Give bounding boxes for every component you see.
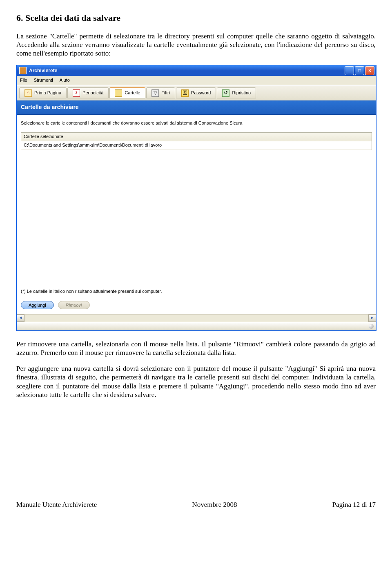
folder-icon (115, 89, 122, 97)
restore-icon: ↺ (222, 89, 229, 97)
paragraph-3: Per aggiungere una nuova cartella si dov… (16, 364, 376, 399)
app-icon (19, 67, 27, 74)
toolbar: ⌂ Prima Pagina 3 Periodicità Cartelle ▽ … (17, 85, 376, 100)
menu-strumenti[interactable]: Strumenti (34, 78, 53, 83)
app-window: Archivierete _ □ × File Strumenti Aiuto … (16, 65, 376, 330)
tab-label: Cartelle (125, 90, 140, 96)
key-icon: ⚿ (181, 89, 189, 97)
folder-list[interactable]: Cartelle selezionate C:\Documents and Se… (21, 132, 372, 150)
window-title: Archivierete (29, 68, 345, 74)
tab-label: Password (191, 90, 211, 96)
scroll-left-icon[interactable]: ◄ (17, 314, 24, 322)
list-item[interactable]: C:\Documents and Settings\amm-slm\Docume… (21, 141, 372, 150)
titlebar: Archivierete _ □ × (17, 65, 376, 76)
remove-button[interactable]: Rimuovi (58, 301, 90, 309)
filter-icon: ▽ (151, 89, 159, 97)
status-orb-icon (369, 324, 374, 329)
menu-file[interactable]: File (20, 78, 27, 83)
add-button[interactable]: Aggiungi (21, 301, 54, 309)
tab-filtri[interactable]: ▽ Filtri (146, 87, 175, 98)
tab-password[interactable]: ⚿ Password (176, 87, 216, 98)
tab-ripristino[interactable]: ↺ Ripristino (217, 87, 256, 98)
minimize-button[interactable]: _ (345, 66, 354, 75)
scroll-right-icon[interactable]: ► (368, 314, 376, 322)
home-icon: ⌂ (24, 89, 32, 97)
tab-label: Ripristino (232, 90, 251, 96)
horizontal-scrollbar[interactable]: ◄ ► (17, 314, 376, 322)
calendar-icon: 3 (73, 89, 80, 97)
panel-title: Cartelle da archiviare (17, 100, 376, 115)
list-header: Cartelle selezionate (21, 133, 372, 141)
paragraph-2: Per rimuovere una cartella, selezionarla… (16, 340, 376, 357)
tab-cartelle[interactable]: Cartelle (109, 87, 145, 98)
content-panel: Selezionare le cartelle contenenti i doc… (17, 115, 376, 314)
menu-aiuto[interactable]: Aiuto (60, 78, 70, 83)
statusbar (17, 322, 376, 330)
tab-label: Prima Pagina (34, 90, 61, 96)
maximize-button[interactable]: □ (355, 66, 364, 75)
intro-paragraph-1: La sezione "Cartelle" permette di selezi… (16, 32, 376, 58)
tab-periodicita[interactable]: 3 Periodicità (67, 87, 109, 98)
note-text: (*) Le cartelle in italico non risultano… (21, 289, 162, 294)
instruction-text: Selezionare le cartelle contenenti i doc… (21, 120, 372, 126)
section-heading: 6. Scelta dei dati da salvare (16, 12, 376, 24)
close-button[interactable]: × (365, 66, 374, 75)
tab-label: Filtri (161, 90, 170, 96)
menubar: File Strumenti Aiuto (17, 76, 376, 85)
tab-prima-pagina[interactable]: ⌂ Prima Pagina (19, 87, 67, 98)
tab-label: Periodicità (82, 90, 103, 96)
